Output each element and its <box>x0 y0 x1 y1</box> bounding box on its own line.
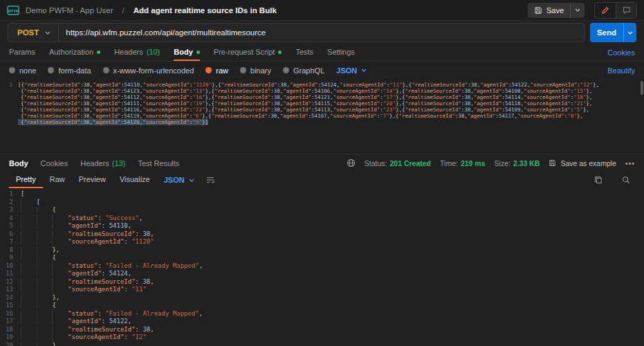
response-tab-body[interactable]: Body <box>9 159 28 167</box>
globe-icon[interactable] <box>347 158 356 167</box>
breadcrumb-collection[interactable]: Demo PWFM - App User <box>26 6 113 15</box>
code-text: "status": "Failed - Already Mapped", <box>21 262 203 271</box>
request-tab-headers[interactable]: Headers(10) <box>114 44 160 61</box>
http-request-icon: HTTP <box>7 6 19 15</box>
send-button[interactable]: Send <box>590 23 636 42</box>
response-line[interactable]: 15 { <box>0 302 644 310</box>
save-as-example-label: Save as example <box>560 159 616 167</box>
mode-label: GraphQL <box>293 66 324 75</box>
response-line[interactable]: 18 "realtimeSourceId": 38, <box>0 326 644 334</box>
view-tab-preview[interactable]: Preview <box>72 172 113 188</box>
radio-icon <box>103 67 109 73</box>
request-tab-pre-request-script[interactable]: Pre-request Script <box>214 44 282 61</box>
request-tab-tests[interactable]: Tests <box>295 44 313 61</box>
wrap-text-icon[interactable] <box>201 172 219 188</box>
body-mode-raw[interactable]: raw <box>205 66 228 75</box>
response-line[interactable]: 4 "status": "Success", <box>0 215 644 223</box>
code-line[interactable]: {"realtimeSourceId":38,"agentId":54111,"… <box>0 100 644 107</box>
response-line[interactable]: 8 }, <box>0 246 644 255</box>
request-title[interactable]: Add agent realtime source IDs in Bulk <box>134 6 277 15</box>
code-text[interactable]: {"realtimeSourceId":38,"agentId":54116,"… <box>18 107 589 113</box>
code-line[interactable]: {"realtimeSourceId":38,"agentId":54119,"… <box>0 113 644 119</box>
request-code-lines: 1[{"realtimeSourceId":38,"agentId":54110… <box>0 82 644 125</box>
response-tab-cookies[interactable]: Cookies <box>41 159 68 167</box>
response-line[interactable]: 20 }, <box>0 342 644 346</box>
response-line[interactable]: 17 "agentId": 54122, <box>0 318 644 326</box>
line-number: 10 <box>0 262 21 271</box>
response-line[interactable]: 5 "agentId": 54110, <box>0 222 644 230</box>
beautify-link[interactable]: Beautify <box>607 66 635 75</box>
line-number: 12 <box>0 278 21 286</box>
request-tab-body[interactable]: Body <box>174 44 200 61</box>
body-mode-none[interactable]: none <box>9 66 36 75</box>
response-line[interactable]: 6 "realtimeSourceId": 38, <box>0 230 644 239</box>
code-line[interactable]: {"realtimeSourceId":38,"agentId":54120,"… <box>0 119 644 125</box>
code-text[interactable]: {"realtimeSourceId":38,"agentId":54119,"… <box>18 113 583 119</box>
response-line[interactable]: 2 [ <box>0 199 644 207</box>
code-text[interactable]: [{"realtimeSourceId":38,"agentId":54110,… <box>18 82 599 88</box>
code-text[interactable]: {"realtimeSourceId":38,"agentId":54111,"… <box>18 100 592 107</box>
view-tab-pretty[interactable]: Pretty <box>9 172 43 188</box>
response-line[interactable]: 7 "sourceAgentId": "1120" <box>0 238 644 246</box>
code-line[interactable]: {"realtimeSourceId":38,"agentId":54123,"… <box>0 88 644 94</box>
line-number: 9 <box>0 254 21 262</box>
comment-icon[interactable] <box>616 3 636 18</box>
view-tab-visualize[interactable]: Visualize <box>113 172 157 188</box>
response-tab-headers[interactable]: Headers(13) <box>80 159 125 167</box>
request-tab-authorization[interactable]: Authorization <box>49 44 100 61</box>
code-line[interactable]: {"realtimeSourceId":38,"agentId":54116,"… <box>0 107 644 113</box>
search-icon[interactable] <box>617 176 635 184</box>
code-line[interactable]: {"realtimeSourceId":38,"agentId":54112,"… <box>0 94 644 100</box>
response-line[interactable]: 11 "agentId": 54124, <box>0 270 644 278</box>
mode-label: binary <box>250 66 271 75</box>
response-more-menu[interactable]: ••• <box>625 159 635 167</box>
request-tab-settings[interactable]: Settings <box>327 44 355 61</box>
edit-pencil-icon[interactable] <box>595 3 616 18</box>
method-dropdown[interactable]: POST <box>8 24 58 42</box>
response-line[interactable]: 16 "status": "Failed - Already Mapped", <box>0 310 644 318</box>
copy-icon[interactable] <box>589 176 607 184</box>
view-tab-raw[interactable]: Raw <box>43 172 72 188</box>
editor-scrollbar[interactable] <box>641 81 643 95</box>
code-text[interactable]: {"realtimeSourceId":38,"agentId":54120,"… <box>18 119 208 125</box>
code-text: { <box>21 206 56 215</box>
body-mode-graphql[interactable]: GraphQL <box>283 66 324 75</box>
time-value[interactable]: 219 ms <box>461 159 486 167</box>
response-line[interactable]: 9 { <box>0 254 644 262</box>
code-text: "realtimeSourceId": 38, <box>21 278 154 286</box>
save-as-example-button[interactable]: Save as example <box>549 159 616 167</box>
body-mode-binary[interactable]: binary <box>240 66 271 75</box>
save-options-caret[interactable] <box>570 3 585 18</box>
response-line[interactable]: 14 }, <box>0 294 644 302</box>
response-line[interactable]: 19 "sourceAgentId": "12" <box>0 334 644 342</box>
response-language-dropdown[interactable]: JSON <box>157 172 201 188</box>
response-line[interactable]: 10 "status": "Failed - Already Mapped", <box>0 262 644 271</box>
save-button[interactable]: Save <box>528 3 585 18</box>
line-number: 1 <box>0 190 21 199</box>
code-text: "sourceAgentId": "11" <box>21 286 147 294</box>
send-options-caret[interactable] <box>623 23 636 42</box>
line-number: 3 <box>0 206 21 215</box>
tab-count: (13) <box>112 159 126 167</box>
response-line[interactable]: 1[ <box>0 190 644 199</box>
code-text[interactable]: {"realtimeSourceId":38,"agentId":54123,"… <box>18 88 592 94</box>
response-body-viewer[interactable]: 1[2 [3 {4 "status": "Success",5 "agentId… <box>0 188 644 346</box>
modified-dot <box>97 51 100 54</box>
request-tab-params[interactable]: Params <box>9 44 35 61</box>
response-line[interactable]: 3 { <box>0 206 644 215</box>
response-line[interactable]: 12 "realtimeSourceId": 38, <box>0 278 644 286</box>
code-text: }, <box>21 294 59 302</box>
code-line[interactable]: 1[{"realtimeSourceId":38,"agentId":54110… <box>0 82 644 88</box>
request-language-dropdown[interactable]: JSON <box>336 66 367 75</box>
request-body-editor[interactable]: 1[{"realtimeSourceId":38,"agentId":54110… <box>0 79 644 154</box>
line-number: 5 <box>0 222 21 230</box>
request-language-label: JSON <box>336 66 357 75</box>
code-text[interactable]: {"realtimeSourceId":38,"agentId":54112,"… <box>18 94 592 100</box>
size-value[interactable]: 2.33 KB <box>513 159 540 167</box>
response-line[interactable]: 13 "sourceAgentId": "11" <box>0 286 644 294</box>
cookies-link[interactable]: Cookies <box>607 44 635 61</box>
body-mode-x-www-form-urlencoded[interactable]: x-www-form-urlencoded <box>103 66 194 75</box>
body-mode-form-data[interactable]: form-data <box>48 66 91 75</box>
url-input[interactable]: https://api.wfm.puzzel.com/api/agent/mul… <box>59 28 266 37</box>
response-tab-test-results[interactable]: Test Results <box>138 159 179 167</box>
